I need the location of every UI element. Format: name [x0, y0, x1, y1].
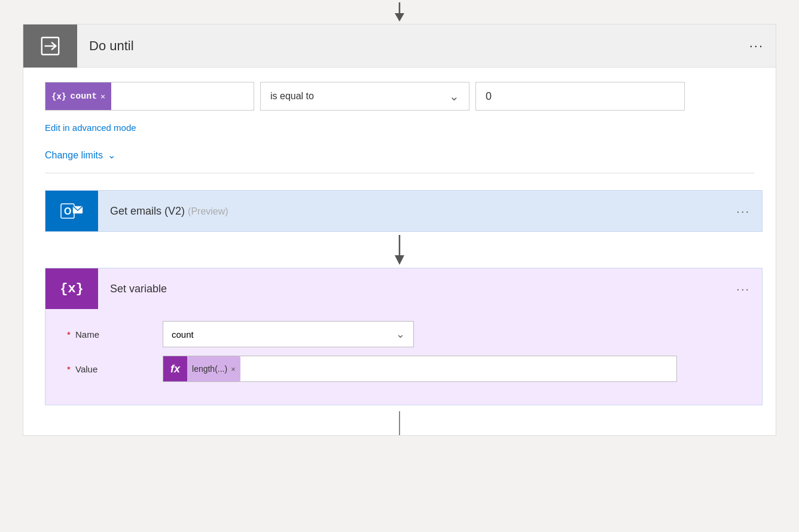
- name-label: * Name: [67, 329, 163, 340]
- fx-chip-close-button[interactable]: ×: [231, 365, 236, 374]
- var-chip-label: count: [70, 91, 97, 102]
- condition-variable-input[interactable]: {x} count ×: [45, 82, 254, 111]
- vertical-line: [399, 411, 400, 435]
- set-variable-title: Set variable: [98, 283, 736, 295]
- operator-chevron-icon: ⌄: [449, 89, 459, 103]
- var-chip-curly: {x}: [51, 91, 66, 101]
- svg-text:O: O: [64, 206, 71, 216]
- preview-badge: (Preview): [188, 206, 228, 216]
- change-limits-link[interactable]: Change limits ⌄: [45, 149, 754, 173]
- get-emails-header: O Get emails (V2) (Preview) ···: [45, 191, 762, 231]
- edit-advanced-mode-link[interactable]: Edit in advanced mode: [45, 123, 136, 133]
- value-field-row: * Value fx length(...) ×: [67, 356, 740, 382]
- svg-marker-8: [395, 255, 404, 265]
- do-until-title: Do until: [77, 38, 749, 54]
- connector-arrow: [45, 232, 754, 268]
- get-emails-icon: O: [45, 191, 98, 231]
- operator-label: is equal to: [270, 91, 314, 102]
- bottom-connector: [45, 405, 754, 435]
- set-variable-header: {x} Set variable ···: [45, 268, 762, 309]
- fx-chip-label: length(...) ×: [187, 356, 240, 381]
- do-until-card: Do until ··· {x} count × is equal to ⌄: [23, 24, 776, 436]
- set-variable-body: * Name count ⌄ * Val: [45, 309, 762, 405]
- set-variable-icon-label: {x}: [60, 282, 84, 296]
- value-required-star: *: [67, 364, 71, 374]
- var-chip-close-button[interactable]: ×: [100, 92, 105, 101]
- name-field-row: * Name count ⌄: [67, 321, 740, 347]
- change-limits-chevron-icon: ⌄: [108, 149, 115, 161]
- condition-value-input[interactable]: 0: [475, 82, 685, 111]
- condition-operator-dropdown[interactable]: is equal to ⌄: [260, 82, 469, 111]
- get-emails-title: Get emails (V2) (Preview): [98, 205, 736, 218]
- fx-chip: fx: [163, 356, 187, 381]
- condition-value-text: 0: [486, 90, 492, 103]
- name-required-star: *: [67, 329, 71, 340]
- svg-marker-1: [395, 13, 404, 22]
- name-select-chevron-icon: ⌄: [396, 328, 405, 341]
- do-until-menu[interactable]: ···: [749, 38, 776, 54]
- fx-icon: fx: [170, 363, 180, 375]
- get-emails-menu[interactable]: ···: [736, 204, 762, 218]
- get-emails-card: O Get emails (V2) (Preview) ···: [45, 190, 763, 232]
- value-label: * Value: [67, 364, 163, 374]
- value-input[interactable]: fx length(...) ×: [163, 356, 677, 382]
- condition-row: {x} count × is equal to ⌄ 0: [45, 82, 754, 111]
- name-select-dropdown[interactable]: count ⌄: [163, 321, 414, 347]
- do-until-icon: [23, 25, 77, 68]
- set-variable-menu[interactable]: ···: [736, 282, 762, 296]
- do-until-header: Do until ···: [23, 25, 776, 68]
- set-variable-icon: {x}: [45, 268, 98, 309]
- name-select-value: count: [172, 329, 194, 340]
- inner-section: O Get emails (V2) (Preview) ···: [45, 173, 754, 435]
- do-until-body: {x} count × is equal to ⌄ 0 Edit in adva…: [23, 68, 776, 435]
- var-chip: {x} count ×: [45, 82, 111, 110]
- set-variable-card: {x} Set variable ··· * Name: [45, 268, 763, 405]
- change-limits-label: Change limits: [45, 150, 103, 161]
- top-connector-arrow: [391, 0, 408, 24]
